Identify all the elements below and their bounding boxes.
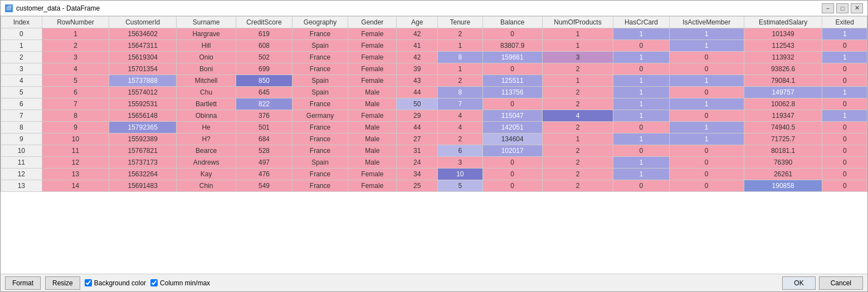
cell-exited[interactable]: 1 xyxy=(822,110,867,122)
cell-balance[interactable]: 159661 xyxy=(482,52,542,63)
cell-age[interactable]: 50 xyxy=(397,98,438,110)
cell-numofproducts[interactable]: 2 xyxy=(542,98,613,110)
cell-geography[interactable]: France xyxy=(292,180,348,192)
cell-isactivemember[interactable]: 0 xyxy=(669,87,744,98)
cell-gender[interactable]: Male xyxy=(348,133,397,145)
cell-estimatedsalary[interactable]: 71725.7 xyxy=(744,133,822,145)
cell-creditscore[interactable]: 619 xyxy=(236,28,292,40)
cell-tenure[interactable]: 7 xyxy=(438,98,482,110)
cell-numofproducts[interactable]: 2 xyxy=(542,63,613,75)
resize-button[interactable]: Resize xyxy=(45,276,80,290)
table-container[interactable]: IndexRowNumberCustomerIdSurnameCreditSco… xyxy=(1,16,867,274)
cell-tenure[interactable]: 4 xyxy=(438,110,482,122)
cell-customerid[interactable]: 15691483 xyxy=(109,180,177,192)
cell-customerid[interactable]: 15792365 xyxy=(109,122,177,133)
cell-hascrccard[interactable]: 0 xyxy=(613,122,670,133)
cell-gender[interactable]: Male xyxy=(348,157,397,169)
cell-balance[interactable]: 83807.9 xyxy=(482,40,542,52)
cell-hascrccard[interactable]: 0 xyxy=(613,40,670,52)
col-header-customerid[interactable]: CustomerId xyxy=(109,17,177,28)
cell-hascrccard[interactable]: 1 xyxy=(613,169,670,180)
cell-surname[interactable]: He xyxy=(177,122,236,133)
cell-isactivemember[interactable]: 0 xyxy=(669,169,744,180)
cell-creditscore[interactable]: 608 xyxy=(236,40,292,52)
cell-geography[interactable]: France xyxy=(292,52,348,63)
cell-rownumber[interactable]: 10 xyxy=(42,133,109,145)
cell-customerid[interactable]: 15592389 xyxy=(109,133,177,145)
cell-geography[interactable]: Germany xyxy=(292,110,348,122)
cell-surname[interactable]: Chin xyxy=(177,180,236,192)
cell-exited[interactable]: 1 xyxy=(822,52,867,63)
cell-balance[interactable]: 142051 xyxy=(482,122,542,133)
cell-numofproducts[interactable]: 1 xyxy=(542,28,613,40)
col-header-numofproducts[interactable]: NumOfProducts xyxy=(542,17,613,28)
cell-tenure[interactable]: 8 xyxy=(438,87,482,98)
cell-isactivemember[interactable]: 0 xyxy=(669,145,744,157)
cell-exited[interactable]: 1 xyxy=(822,28,867,40)
cell-balance[interactable]: 0 xyxy=(482,169,542,180)
cell-balance[interactable]: 115047 xyxy=(482,110,542,122)
cell-surname[interactable]: Chu xyxy=(177,87,236,98)
cell-age[interactable]: 27 xyxy=(397,133,438,145)
cell-rownumber[interactable]: 3 xyxy=(42,52,109,63)
cell-customerid[interactable]: 15632264 xyxy=(109,169,177,180)
cell-geography[interactable]: France xyxy=(292,169,348,180)
cell-isactivemember[interactable]: 1 xyxy=(669,98,744,110)
cell-estimatedsalary[interactable]: 149757 xyxy=(744,87,822,98)
cell-balance[interactable]: 0 xyxy=(482,28,542,40)
cell-age[interactable]: 34 xyxy=(397,169,438,180)
cell-balance[interactable]: 0 xyxy=(482,157,542,169)
cell-tenure[interactable]: 5 xyxy=(438,180,482,192)
cell-gender[interactable]: Male xyxy=(348,98,397,110)
cell-age[interactable]: 31 xyxy=(397,145,438,157)
cell-gender[interactable]: Female xyxy=(348,110,397,122)
cell-surname[interactable]: Andrews xyxy=(177,157,236,169)
cell-estimatedsalary[interactable]: 10062.8 xyxy=(744,98,822,110)
cell-estimatedsalary[interactable]: 79084.1 xyxy=(744,75,822,87)
cell-tenure[interactable]: 4 xyxy=(438,122,482,133)
cell-exited[interactable]: 0 xyxy=(822,40,867,52)
cell-gender[interactable]: Female xyxy=(348,40,397,52)
bg-color-checkbox[interactable] xyxy=(85,279,92,286)
cell-tenure[interactable]: 1 xyxy=(438,63,482,75)
cell-creditscore[interactable]: 684 xyxy=(236,133,292,145)
cell-surname[interactable]: Mitchell xyxy=(177,75,236,87)
cell-rownumber[interactable]: 2 xyxy=(42,40,109,52)
ok-button[interactable]: OK xyxy=(782,276,815,290)
cell-age[interactable]: 25 xyxy=(397,180,438,192)
cell-isactivemember[interactable]: 0 xyxy=(669,180,744,192)
cell-exited[interactable]: 0 xyxy=(822,169,867,180)
cell-geography[interactable]: Spain xyxy=(292,75,348,87)
cell-exited[interactable]: 0 xyxy=(822,133,867,145)
col-header-geography[interactable]: Geography xyxy=(292,17,348,28)
cell-numofproducts[interactable]: 2 xyxy=(542,122,613,133)
cell-creditscore[interactable]: 497 xyxy=(236,157,292,169)
bg-color-label[interactable]: Background color xyxy=(85,279,146,287)
cell-gender[interactable]: Female xyxy=(348,63,397,75)
cell-geography[interactable]: Spain xyxy=(292,87,348,98)
col-header-hascrccard[interactable]: HasCrCard xyxy=(613,17,670,28)
col-header-tenure[interactable]: Tenure xyxy=(438,17,482,28)
cell-hascrccard[interactable]: 0 xyxy=(613,180,670,192)
cell-age[interactable]: 29 xyxy=(397,110,438,122)
cell-rownumber[interactable]: 9 xyxy=(42,122,109,133)
col-header-gender[interactable]: Gender xyxy=(348,17,397,28)
cell-estimatedsalary[interactable]: 119347 xyxy=(744,110,822,122)
cell-surname[interactable]: Kay xyxy=(177,169,236,180)
cell-isactivemember[interactable]: 0 xyxy=(669,157,744,169)
cell-creditscore[interactable]: 822 xyxy=(236,98,292,110)
cell-balance[interactable]: 0 xyxy=(482,180,542,192)
cell-balance[interactable]: 102017 xyxy=(482,145,542,157)
col-header-balance[interactable]: Balance xyxy=(482,17,542,28)
cell-rownumber[interactable]: 11 xyxy=(42,145,109,157)
cell-exited[interactable]: 0 xyxy=(822,98,867,110)
cell-customerid[interactable]: 15701354 xyxy=(109,63,177,75)
cell-balance[interactable]: 134604 xyxy=(482,133,542,145)
cell-exited[interactable]: 0 xyxy=(822,122,867,133)
cell-tenure[interactable]: 6 xyxy=(438,145,482,157)
cell-surname[interactable]: Hargrave xyxy=(177,28,236,40)
cell-numofproducts[interactable]: 2 xyxy=(542,180,613,192)
cell-creditscore[interactable]: 502 xyxy=(236,52,292,63)
cell-tenure[interactable]: 8 xyxy=(438,52,482,63)
cell-exited[interactable]: 0 xyxy=(822,157,867,169)
